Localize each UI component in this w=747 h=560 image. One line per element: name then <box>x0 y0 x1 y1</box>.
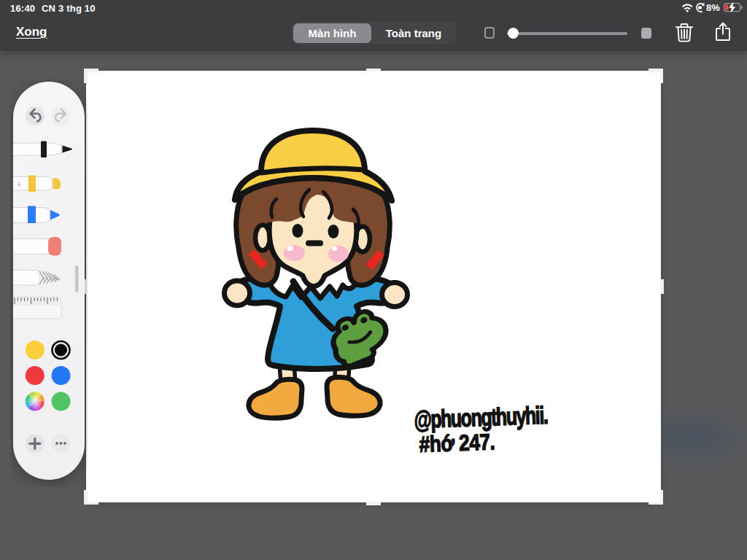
svg-text:@phuongthuyhii.: @phuongthuyhii. <box>414 401 548 433</box>
svg-text:8%: 8% <box>706 2 720 13</box>
svg-text:#hớ 247.: #hớ 247. <box>419 429 495 456</box>
svg-text:30: 30 <box>17 182 21 187</box>
